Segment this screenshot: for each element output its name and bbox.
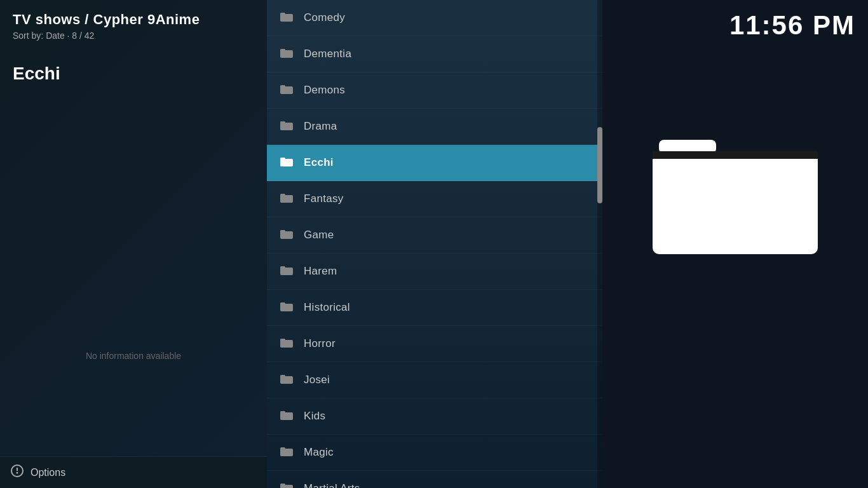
item-label: Magic bbox=[304, 446, 334, 459]
list-item[interactable]: Magic bbox=[267, 435, 602, 471]
list-item[interactable]: Drama bbox=[267, 109, 602, 145]
folder-icon bbox=[280, 482, 294, 488]
folder-icon bbox=[280, 119, 294, 133]
item-label: Drama bbox=[304, 120, 337, 133]
svg-rect-16 bbox=[280, 230, 285, 233]
item-label: Horror bbox=[304, 337, 336, 350]
item-label: Ecchi bbox=[304, 156, 334, 169]
list-item[interactable]: Martial Arts bbox=[267, 471, 602, 488]
list-item[interactable]: Ecchi bbox=[267, 145, 602, 181]
svg-rect-32 bbox=[653, 151, 818, 254]
svg-rect-24 bbox=[280, 375, 285, 377]
item-label: Fantasy bbox=[304, 193, 344, 205]
list-item[interactable]: Dementia bbox=[267, 36, 602, 72]
breadcrumb-area: TV shows / Cypher 9Anime Sort by: Date ·… bbox=[0, 0, 267, 44]
svg-rect-6 bbox=[280, 49, 285, 51]
folder-graphic bbox=[653, 127, 818, 263]
folder-icon bbox=[280, 83, 294, 97]
item-label: Harem bbox=[304, 265, 337, 278]
folder-icon bbox=[280, 301, 294, 315]
svg-rect-30 bbox=[280, 484, 285, 486]
list-item[interactable]: Harem bbox=[267, 254, 602, 290]
item-label: Martial Arts bbox=[304, 482, 360, 488]
selected-label: Ecchi bbox=[0, 44, 267, 84]
folder-icon bbox=[280, 47, 294, 61]
options-bar[interactable]: Options bbox=[0, 456, 267, 488]
list-item[interactable]: Horror bbox=[267, 326, 602, 362]
list-item[interactable]: Fantasy bbox=[267, 181, 602, 217]
list-item[interactable]: Game bbox=[267, 217, 602, 254]
item-label: Dementia bbox=[304, 48, 351, 60]
breadcrumb: TV shows / Cypher 9Anime bbox=[13, 11, 254, 28]
item-label: Comedy bbox=[304, 11, 345, 24]
list-container: Comedy Dementia Demons Drama Ecchi Fanta… bbox=[267, 0, 602, 488]
list-item[interactable]: Kids bbox=[267, 398, 602, 435]
list-item[interactable]: Comedy bbox=[267, 0, 602, 36]
list-item[interactable]: Josei bbox=[267, 362, 602, 398]
item-label: Game bbox=[304, 229, 334, 241]
item-label: Kids bbox=[304, 410, 325, 423]
svg-rect-8 bbox=[280, 85, 285, 88]
folder-icon bbox=[280, 445, 294, 459]
clock: 11:56 PM bbox=[729, 10, 855, 41]
sort-info: Sort by: Date · 8 / 42 bbox=[13, 30, 254, 41]
svg-rect-20 bbox=[280, 302, 285, 305]
list-item[interactable]: Demons bbox=[267, 72, 602, 109]
svg-rect-22 bbox=[280, 339, 285, 341]
svg-rect-12 bbox=[280, 158, 285, 160]
folder-icon bbox=[280, 337, 294, 351]
scrollbar[interactable] bbox=[597, 0, 602, 488]
right-panel: 11:56 PM bbox=[602, 0, 868, 488]
options-icon bbox=[10, 464, 24, 481]
folder-icon bbox=[280, 409, 294, 423]
svg-rect-34 bbox=[653, 159, 818, 165]
list-item[interactable]: Historical bbox=[267, 290, 602, 326]
svg-point-2 bbox=[17, 472, 18, 474]
options-label: Options bbox=[31, 467, 65, 478]
svg-rect-4 bbox=[280, 13, 285, 15]
folder-icon bbox=[280, 192, 294, 206]
folder-icon bbox=[280, 264, 294, 278]
scrollbar-thumb bbox=[597, 127, 602, 203]
svg-rect-26 bbox=[280, 411, 285, 414]
folder-icon bbox=[280, 11, 294, 25]
item-label: Demons bbox=[304, 84, 345, 97]
left-panel: TV shows / Cypher 9Anime Sort by: Date ·… bbox=[0, 0, 267, 488]
list-panel: Comedy Dementia Demons Drama Ecchi Fanta… bbox=[267, 0, 602, 488]
folder-icon bbox=[280, 373, 294, 387]
folder-icon bbox=[280, 156, 294, 170]
folder-icon bbox=[280, 228, 294, 242]
svg-rect-14 bbox=[280, 194, 285, 196]
no-info-text: No information available bbox=[0, 351, 267, 361]
item-label: Josei bbox=[304, 374, 330, 386]
svg-rect-28 bbox=[280, 447, 285, 450]
svg-rect-10 bbox=[280, 121, 285, 124]
item-label: Historical bbox=[304, 301, 350, 314]
svg-rect-18 bbox=[280, 266, 285, 269]
